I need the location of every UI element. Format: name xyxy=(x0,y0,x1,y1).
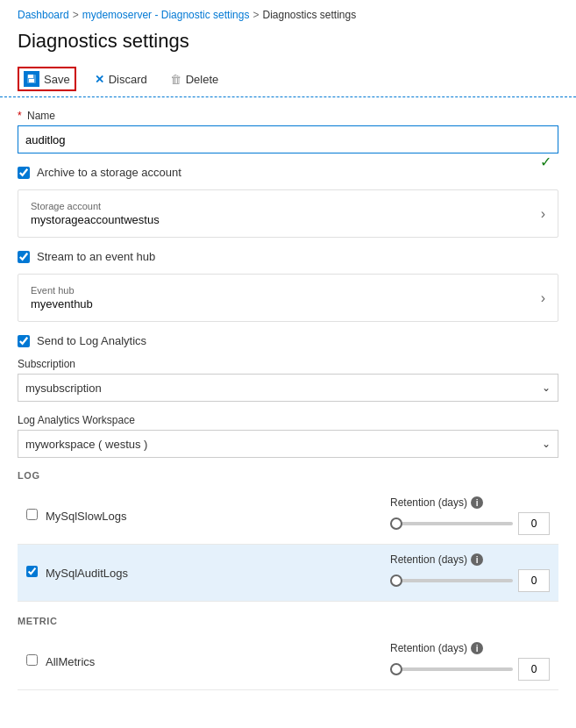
allmetrics-info-icon[interactable]: i xyxy=(471,642,483,654)
breadcrumb-sep1: > xyxy=(73,9,79,21)
mysqlslowlogs-retention-label: Retention (days) xyxy=(390,496,467,509)
stream-checkbox[interactable] xyxy=(18,251,30,263)
allmetrics-retention-input[interactable] xyxy=(518,658,550,681)
name-field-group: * Name ✓ xyxy=(18,110,558,153)
archive-label[interactable]: Archive to a storage account xyxy=(37,166,181,179)
workspace-label: Log Analytics Workspace xyxy=(18,414,558,426)
storage-account-card-inner: Storage account mystorageaccountwestus › xyxy=(18,190,558,237)
subscription-dropdown-arrow-icon: ⌄ xyxy=(542,382,551,394)
mysqlslowlogs-info-icon[interactable]: i xyxy=(471,496,483,509)
breadcrumb-current: Diagnostics settings xyxy=(262,9,356,21)
loganalytics-checkbox[interactable] xyxy=(18,335,30,347)
svg-rect-2 xyxy=(29,79,34,82)
name-input-wrapper: ✓ xyxy=(18,125,558,153)
allmetrics-retention-label-row: Retention (days) i xyxy=(390,642,550,654)
allmetrics-slider-thumb xyxy=(390,663,402,675)
log-row-mysqlslowlogs: MySqlSlowLogs Retention (days) i xyxy=(18,488,558,545)
storage-account-info: Storage account mystorageaccountwestus xyxy=(31,201,160,226)
mysqlauditlogs-retention-input[interactable] xyxy=(518,569,550,592)
toolbar: Save ✕ Discard 🗑 Delete xyxy=(0,61,576,97)
eventhub-chevron-right-icon: › xyxy=(541,290,545,306)
svg-rect-1 xyxy=(28,75,33,78)
discard-x-icon: ✕ xyxy=(95,73,104,86)
name-label: * Name xyxy=(18,110,558,122)
eventhub-value: myeventhub xyxy=(31,297,93,310)
eventhub-info: Event hub myeventhub xyxy=(31,285,93,310)
breadcrumb-sep2: > xyxy=(252,9,259,21)
mysqlauditlogs-retention: Retention (days) i xyxy=(390,553,550,592)
delete-button[interactable]: 🗑 Delete xyxy=(166,70,224,89)
save-label: Save xyxy=(44,73,70,86)
subscription-dropdown[interactable]: mysubscription ⌄ xyxy=(18,374,558,402)
loganalytics-label[interactable]: Send to Log Analytics xyxy=(37,334,146,347)
mysqlslowlogs-slider[interactable] xyxy=(390,522,513,525)
mysqlauditlogs-info-icon[interactable]: i xyxy=(471,553,483,566)
mysqlslowlogs-name: MySqlSlowLogs xyxy=(46,510,390,523)
page-title: Diagnostics settings xyxy=(0,26,576,61)
eventhub-card[interactable]: Event hub myeventhub › xyxy=(18,274,558,322)
subscription-value: mysubscription xyxy=(25,382,102,395)
allmetrics-check-cell xyxy=(26,654,46,668)
mysqlslowlogs-slider-container xyxy=(390,512,550,535)
subscription-field-group: Subscription mysubscription ⌄ xyxy=(18,358,558,402)
workspace-dropdown-arrow-icon: ⌄ xyxy=(542,438,551,450)
loganalytics-checkbox-row: Send to Log Analytics xyxy=(18,334,558,347)
save-icon xyxy=(24,71,39,87)
name-input[interactable] xyxy=(18,125,558,153)
mysqlauditlogs-retention-label: Retention (days) xyxy=(390,553,467,566)
archive-checkbox[interactable] xyxy=(18,167,30,179)
delete-trash-icon: 🗑 xyxy=(170,73,181,86)
mysqlslowlogs-retention-input[interactable] xyxy=(518,512,550,535)
name-valid-check-icon: ✓ xyxy=(540,153,551,170)
allmetrics-name: AllMetrics xyxy=(46,655,390,668)
workspace-field-group: Log Analytics Workspace myworkspace ( we… xyxy=(18,414,558,458)
mysqlauditlogs-name: MySqlAuditLogs xyxy=(46,567,390,580)
allmetrics-slider[interactable] xyxy=(390,667,513,671)
mysqlauditlogs-slider[interactable] xyxy=(390,579,513,582)
eventhub-label: Event hub xyxy=(31,285,93,296)
log-section-label: LOG xyxy=(18,470,558,481)
stream-checkbox-row: Stream to an event hub xyxy=(18,250,558,263)
mysqlslowlogs-retention: Retention (days) i xyxy=(390,496,550,535)
mysqlslowlogs-checkbox[interactable] xyxy=(26,509,38,520)
save-button[interactable]: Save xyxy=(18,67,76,91)
allmetrics-retention-label: Retention (days) xyxy=(390,642,467,654)
archive-checkbox-row: Archive to a storage account xyxy=(18,166,558,179)
metric-rows-container: AllMetrics Retention (days) i xyxy=(18,633,558,690)
mysqlauditlogs-slider-container xyxy=(390,569,550,592)
eventhub-card-inner: Event hub myeventhub › xyxy=(18,275,558,321)
log-rows-container: MySqlSlowLogs Retention (days) i MySqlA xyxy=(18,488,558,602)
breadcrumb-server[interactable]: mydemoserver - Diagnostic settings xyxy=(82,9,250,21)
stream-label[interactable]: Stream to an event hub xyxy=(37,250,155,263)
breadcrumb: Dashboard > mydemoserver - Diagnostic se… xyxy=(0,0,576,26)
mysqlauditlogs-checkbox[interactable] xyxy=(26,566,38,577)
discard-label: Discard xyxy=(109,73,147,86)
breadcrumb-dashboard[interactable]: Dashboard xyxy=(18,9,69,21)
storage-account-value: mystorageaccountwestus xyxy=(31,213,160,226)
workspace-value: myworkspace ( westus ) xyxy=(25,438,147,451)
allmetrics-checkbox[interactable] xyxy=(26,654,38,666)
content-area: * Name ✓ Archive to a storage account St… xyxy=(0,97,576,703)
mysqlslowlogs-check-cell xyxy=(26,509,46,523)
log-row-mysqlauditlogs: MySqlAuditLogs Retention (days) i xyxy=(18,545,558,602)
mysqlauditlogs-retention-label-row: Retention (days) i xyxy=(390,553,550,566)
storage-chevron-right-icon: › xyxy=(541,206,545,222)
delete-label: Delete xyxy=(186,73,219,86)
storage-account-label: Storage account xyxy=(31,201,160,211)
discard-button[interactable]: ✕ Discard xyxy=(90,70,152,89)
required-star: * xyxy=(18,110,22,122)
storage-account-card[interactable]: Storage account mystorageaccountwestus › xyxy=(18,189,558,238)
mysqlslowlogs-slider-thumb xyxy=(390,517,402,530)
mysqlauditlogs-check-cell xyxy=(26,566,46,580)
metric-row-allmetrics: AllMetrics Retention (days) i xyxy=(18,633,558,690)
workspace-dropdown[interactable]: myworkspace ( westus ) ⌄ xyxy=(18,430,558,458)
metric-section-label: METRIC xyxy=(18,616,558,626)
allmetrics-retention: Retention (days) i xyxy=(390,642,550,681)
allmetrics-slider-container xyxy=(390,658,550,681)
mysqlslowlogs-retention-label-row: Retention (days) i xyxy=(390,496,550,509)
subscription-label: Subscription xyxy=(18,358,558,370)
mysqlauditlogs-slider-thumb xyxy=(390,575,402,587)
